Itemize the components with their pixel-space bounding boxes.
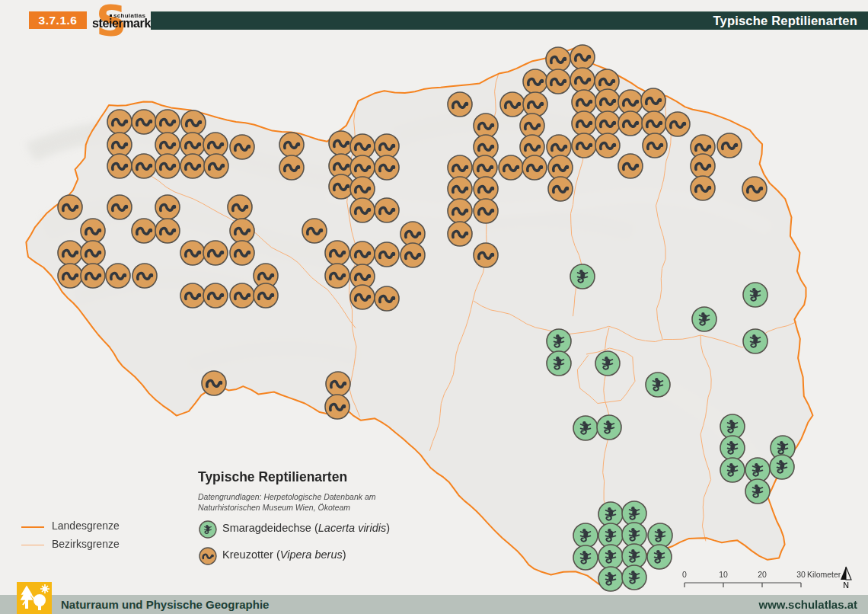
kreuzotter-marker: [448, 222, 472, 246]
smaragdeidechse-legend-icon: [198, 520, 218, 539]
kreuzotter-marker: [642, 111, 666, 136]
kreuzotter-marker: [155, 219, 180, 243]
kreuzotter-marker: [375, 198, 399, 222]
kreuzotter-marker: [474, 199, 498, 223]
smaragdeidechse-marker: [598, 567, 623, 591]
kreuzotter-marker: [204, 154, 228, 178]
smaragdeidechse-marker: [573, 545, 598, 570]
species-legend: Typische Reptilienarten Datengrundlagen:…: [198, 469, 426, 566]
atlas-page: 3.7.1.6 S schulatlas steiermark Typische…: [0, 0, 868, 614]
kreuzotter-marker: [58, 264, 82, 288]
header-bar: Typische Reptilienarten: [151, 11, 868, 30]
kreuzotter-marker: [375, 134, 399, 158]
smaragdeidechse-marker: [547, 329, 571, 353]
kreuzotter-marker: [181, 110, 206, 135]
smaragdeidechse-marker: [646, 373, 670, 397]
kreuzotter-marker: [180, 154, 205, 178]
kreuzotter-marker: [302, 219, 327, 243]
kreuzotter-marker: [58, 195, 82, 219]
kreuzotter-marker: [132, 264, 157, 288]
kreuzotter-marker: [180, 283, 205, 308]
kreuzotter-marker: [375, 286, 399, 311]
kreuzotter-marker: [546, 69, 570, 94]
kreuzotter-marker: [228, 195, 252, 219]
kreuzotter-marker: [448, 92, 472, 117]
kreuzotter-marker: [203, 133, 228, 157]
kreuzotter-marker: [448, 199, 472, 223]
kreuzotter-marker: [523, 69, 547, 94]
smaragdeidechse-marker: [647, 545, 672, 569]
footer-website: www.schulatlas.at: [759, 595, 858, 614]
nature-icon: [17, 582, 52, 614]
landesgrenze-label: Landesgrenze: [52, 520, 120, 532]
kreuzotter-marker: [717, 133, 742, 158]
kreuzotter-marker: [375, 155, 399, 180]
kreuzotter-marker: [203, 241, 228, 265]
kreuzotter-marker: [618, 111, 643, 136]
kreuzotter-marker: [691, 154, 715, 178]
kreuzotter-marker: [132, 219, 156, 243]
kreuzotter-marker: [448, 155, 472, 180]
kreuzotter-marker: [474, 177, 498, 201]
smaragdeidechse-marker: [547, 351, 571, 376]
kreuzotter-marker: [618, 154, 643, 178]
kreuzotter-marker: [548, 155, 573, 180]
kreuzotter-marker: [230, 135, 254, 159]
kreuzotter-marker: [665, 112, 690, 136]
kreuzotter-marker: [595, 89, 620, 114]
north-arrow: N: [838, 565, 854, 593]
boundary-legend: Landesgrenze Bezirksgrenze: [21, 518, 166, 555]
kreuzotter-marker: [107, 133, 132, 157]
smaragdeidechse-marker: [570, 264, 595, 289]
legend-source-line2: Naturhistorischen Museum Wien, Ökoteam: [198, 502, 426, 513]
kreuzotter-marker: [155, 133, 180, 157]
smaragdeidechse-marker: [598, 545, 623, 569]
scale-bar: 0 10 20 30 Kilometer: [678, 570, 853, 594]
kreuzotter-marker: [326, 372, 350, 396]
kreuzotter-marker: [202, 371, 226, 395]
kreuzotter-marker: [279, 155, 304, 180]
kreuzotter-marker: [230, 241, 254, 265]
smaragdeidechse-marker: [597, 415, 621, 440]
legend-row-bezirksgrenze: Bezirksgrenze: [21, 536, 166, 555]
kreuzotter-marker: [473, 155, 497, 180]
kreuzotter-marker: [400, 243, 425, 267]
smaragdeidechse-marker: [573, 523, 598, 548]
kreuzotter-marker: [180, 133, 205, 157]
kreuzotter-marker: [548, 177, 573, 201]
smaragdeidechse-marker: [745, 479, 770, 504]
kreuzotter-marker: [595, 111, 620, 136]
landesgrenze-line-sample: [21, 526, 44, 528]
smaragdeidechse-marker: [595, 351, 620, 376]
legend-title: Typische Reptilienarten: [198, 469, 426, 485]
kreuzotter-marker: [58, 241, 82, 265]
kreuzotter-marker: [325, 395, 349, 419]
smaragdeidechse-marker: [720, 436, 745, 460]
kreuzotter-marker: [106, 264, 130, 288]
kreuzotter-marker: [572, 133, 596, 158]
kreuzotter-marker: [691, 176, 715, 200]
kreuzotter-marker: [546, 47, 570, 72]
kreuzotter-marker: [230, 219, 254, 243]
legend-row-kreuzotter: Kreuzotter (Vipera berus): [198, 545, 426, 566]
kreuzotter-marker: [448, 177, 472, 201]
page-title: Typische Reptilienarten: [713, 12, 857, 30]
kreuzotter-marker: [203, 283, 228, 308]
kreuzotter-marker: [107, 195, 132, 219]
kreuzotter-marker: [155, 110, 180, 134]
kreuzotter-marker: [618, 90, 643, 114]
kreuzotter-marker: [375, 242, 399, 267]
smaragdeidechse-label: Smaragdeidechse (Lacerta viridis): [222, 522, 390, 534]
legend-source-line1: Datengrundlagen: Herpetologische Datenba…: [198, 491, 426, 502]
smaragdeidechse-marker: [720, 458, 745, 482]
bezirksgrenze-label: Bezirksgrenze: [52, 538, 120, 550]
kreuzotter-marker: [572, 90, 596, 114]
kreuzotter-marker: [572, 111, 596, 136]
kreuzotter-marker: [523, 92, 547, 117]
north-label: N: [838, 580, 854, 590]
kreuzotter-marker: [522, 155, 547, 180]
kreuzotter-marker: [499, 155, 523, 180]
kreuzotter-marker: [474, 114, 498, 138]
smaragdeidechse-marker: [770, 455, 794, 479]
kreuzotter-marker: [643, 133, 667, 158]
